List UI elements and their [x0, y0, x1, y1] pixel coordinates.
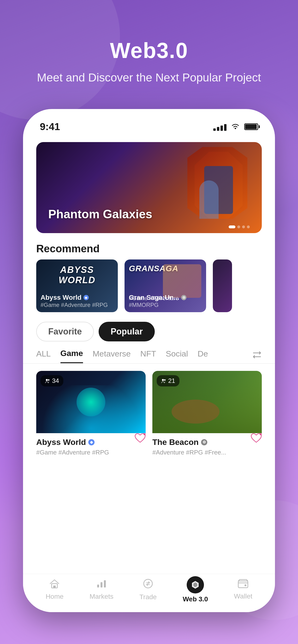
indicator-dot-2	[237, 226, 240, 228]
nav-item-trade[interactable]: Trade	[139, 578, 157, 601]
game-card-info-2: The Beacon ⚙ #Adventure #RPG #Free...	[152, 433, 262, 458]
game-user-count-1: 34	[41, 375, 63, 386]
signal-icon	[213, 123, 226, 131]
cat-tab-de[interactable]: De	[198, 349, 208, 363]
hero-indicators	[229, 226, 250, 228]
game-card-image-1: 34	[36, 371, 146, 433]
game-card-tags-2: #Adventure #RPG #Free...	[152, 449, 262, 456]
indicator-dot-1	[229, 226, 235, 228]
verified-icon-1: ◆	[83, 295, 89, 300]
category-row: ALL Game Metaverse NFT Social De	[23, 346, 275, 364]
svg-point-14	[144, 579, 152, 588]
page-title: Web3.0	[23, 38, 275, 63]
cat-tab-social[interactable]: Social	[166, 349, 188, 363]
svg-rect-11	[97, 584, 99, 588]
nav-label-wallet: Wallet	[234, 592, 252, 600]
nav-item-markets[interactable]: Markets	[89, 579, 113, 600]
game-verified-1: ◆	[88, 439, 95, 446]
nav-item-home[interactable]: Home	[46, 579, 64, 600]
game-card-name-2: The Beacon ⚙	[152, 438, 262, 447]
nav-item-wallet[interactable]: Wallet	[234, 579, 252, 600]
game-grid: 34 Abyss World ◆ #Game #Adventure #RPG	[23, 364, 275, 458]
nav-label-markets: Markets	[89, 593, 113, 600]
recommend-card-2[interactable]: GRANSAGA Gran Saga:Un... ⚙ #Game #Advent…	[124, 260, 206, 312]
nav-label-web3: Web 3.0	[183, 595, 208, 603]
phone-content: Phantom Galaxies Recommend ABYSSWORLD Ab…	[23, 137, 275, 496]
recommend-row: ABYSSWORLD Abyss World ◆ #Game #Adventur…	[23, 260, 275, 312]
status-time: 9:41	[40, 121, 60, 132]
indicator-dot-4	[247, 226, 250, 228]
status-icons	[213, 122, 258, 131]
wifi-icon	[231, 122, 240, 131]
page-subtitle: Meet and Discover the Next Popular Proje…	[23, 70, 275, 85]
game-card-image-2: 21	[152, 371, 262, 433]
trade-icon	[143, 578, 153, 591]
svg-rect-13	[104, 580, 106, 588]
svg-point-6	[164, 379, 166, 381]
game-card-tags-1: #Game #Adventure #RPG	[36, 449, 146, 456]
game-card-1[interactable]: 34 Abyss World ◆ #Game #Adventure #RPG	[36, 371, 146, 458]
game-card-name-1: Abyss World ◆	[36, 438, 146, 447]
game-card-2[interactable]: 21 The Beacon ⚙ #Adventure #RPG #Free...	[152, 371, 262, 458]
rec-card-title-1: ABYSSWORLD	[36, 265, 118, 285]
markets-icon	[96, 579, 107, 591]
phone-mockup: 9:41	[23, 109, 275, 612]
hero-banner[interactable]: Phantom Galaxies	[36, 142, 262, 233]
svg-point-16	[244, 584, 246, 586]
game-card-info-1: Abyss World ◆ #Game #Adventure #RPG	[36, 433, 146, 458]
filter-popular-button[interactable]: Popular	[99, 322, 155, 342]
svg-point-0	[235, 128, 236, 129]
web3-icon	[187, 576, 204, 594]
nav-item-web3[interactable]: Web 3.0	[183, 576, 208, 603]
home-icon	[49, 579, 60, 591]
game-verified-2: ⚙	[201, 439, 207, 446]
cat-tab-all[interactable]: ALL	[36, 349, 51, 363]
cat-tab-game[interactable]: Game	[60, 348, 83, 363]
battery-icon	[244, 124, 258, 130]
game-favorite-1[interactable]	[135, 433, 146, 446]
header-section: Web3.0 Meet and Discover the Next Popula…	[23, 38, 275, 85]
nav-label-trade: Trade	[139, 593, 157, 601]
rec-card-tags-2: #Game #Adventure #MMORPG	[129, 295, 206, 308]
game-favorite-2[interactable]	[251, 433, 262, 446]
svg-rect-10	[53, 586, 56, 588]
rec-card-tags-1: #Game #Adventure #RPG	[41, 302, 108, 308]
filter-row: Favorite Popular	[23, 312, 275, 346]
recommend-card-3[interactable]	[213, 260, 232, 312]
svg-point-5	[162, 379, 164, 381]
svg-rect-12	[100, 582, 102, 588]
wallet-icon	[238, 579, 248, 590]
filter-favorite-button[interactable]: Favorite	[36, 322, 94, 342]
indicator-dot-3	[242, 226, 245, 228]
category-swap-icon[interactable]	[252, 350, 262, 361]
status-bar: 9:41	[23, 109, 275, 137]
hero-title: Phantom Galaxies	[48, 207, 152, 221]
game-user-count-2: 21	[157, 375, 180, 386]
svg-point-1	[46, 379, 48, 381]
cat-tab-nft[interactable]: NFT	[140, 349, 156, 363]
bottom-nav: Home Markets Trade Web 3.0 Wallet	[23, 574, 275, 612]
svg-point-2	[48, 379, 49, 381]
cat-tab-metaverse[interactable]: Metaverse	[93, 349, 131, 363]
recommend-header: Recommend	[23, 233, 275, 260]
svg-rect-15	[238, 581, 248, 588]
rec-card-name-1: Abyss World ◆	[41, 294, 89, 302]
recommend-card-1[interactable]: ABYSSWORLD Abyss World ◆ #Game #Adventur…	[36, 260, 118, 312]
nav-label-home: Home	[46, 593, 64, 600]
